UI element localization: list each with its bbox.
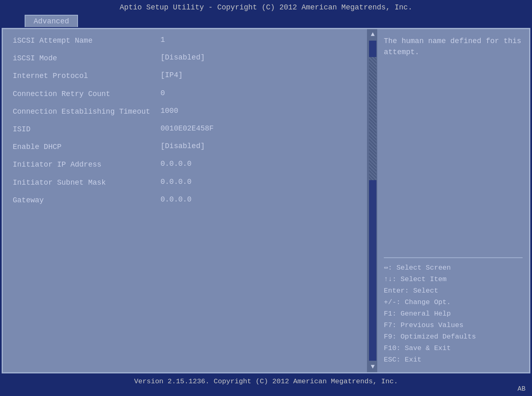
header: Aptio Setup Utility - Copyright (C) 2012… bbox=[0, 0, 532, 27]
setting-value-0: 1 bbox=[161, 36, 165, 44]
tab-advanced[interactable]: Advanced bbox=[25, 15, 78, 27]
setting-row-3[interactable]: Connection Retry Count0 bbox=[13, 89, 357, 99]
shortcut-item-6: F9: Optimized Defaults bbox=[384, 331, 523, 343]
setting-label-4: Connection Establishing Timeout bbox=[13, 107, 161, 117]
shortcut-item-4: F1: General Help bbox=[384, 308, 523, 320]
setting-row-4[interactable]: Connection Establishing Timeout1000 bbox=[13, 107, 357, 117]
setting-label-5: ISID bbox=[13, 124, 161, 135]
help-text: The human name defined for this attempt. bbox=[384, 36, 523, 247]
scrollbar[interactable]: ▲ ▼ bbox=[368, 29, 377, 372]
setting-row-0[interactable]: iSCSI Attempt Name1 bbox=[13, 36, 357, 46]
setting-label-9: Gateway bbox=[13, 195, 161, 206]
setting-value-6: [Disabled] bbox=[161, 142, 205, 150]
setting-row-7[interactable]: Initiator IP Address0.0.0.0 bbox=[13, 160, 357, 170]
setting-row-1[interactable]: iSCSI Mode[Disabled] bbox=[13, 53, 357, 64]
setting-value-3: 0 bbox=[161, 89, 165, 97]
setting-value-4: 1000 bbox=[161, 107, 178, 115]
setting-value-5: 0010E02E458F bbox=[161, 124, 214, 133]
shortcut-item-5: F7: Previous Values bbox=[384, 320, 523, 331]
shortcut-item-2: Enter: Select bbox=[384, 285, 523, 297]
help-panel: The human name defined for this attempt.… bbox=[377, 29, 529, 372]
shortcut-item-1: ↑↓: Select Item bbox=[384, 274, 523, 285]
setting-row-9[interactable]: Gateway0.0.0.0 bbox=[13, 195, 357, 206]
shortcut-item-8: ESC: Exit bbox=[384, 354, 523, 366]
footer: Version 2.15.1236. Copyright (C) 2012 Am… bbox=[0, 374, 532, 396]
setting-row-5[interactable]: ISID0010E02E458F bbox=[13, 124, 357, 135]
setting-value-1: [Disabled] bbox=[161, 53, 205, 62]
shortcut-item-0: ⇔: Select Screen bbox=[384, 262, 523, 274]
setting-label-0: iSCSI Attempt Name bbox=[13, 36, 161, 46]
shortcut-item-7: F10: Save & Exit bbox=[384, 343, 523, 354]
shortcuts-list: ⇔: Select Screen↑↓: Select ItemEnter: Se… bbox=[384, 262, 523, 366]
setting-row-6[interactable]: Enable DHCP[Disabled] bbox=[13, 142, 357, 152]
footer-text: Version 2.15.1236. Copyright (C) 2012 Am… bbox=[134, 378, 398, 385]
setting-label-1: iSCSI Mode bbox=[13, 53, 161, 64]
setting-row-8[interactable]: Initiator Subnet Mask0.0.0.0 bbox=[13, 178, 357, 188]
setting-value-7: 0.0.0.0 bbox=[161, 160, 192, 168]
setting-label-3: Connection Retry Count bbox=[13, 89, 161, 99]
tab-bar: Advanced bbox=[0, 15, 532, 27]
footer-badge: AB bbox=[0, 385, 532, 393]
scrollbar-track[interactable] bbox=[369, 41, 376, 361]
setting-label-6: Enable DHCP bbox=[13, 142, 161, 152]
setting-label-8: Initiator Subnet Mask bbox=[13, 178, 161, 188]
main-content: iSCSI Attempt Name1iSCSI Mode[Disabled]I… bbox=[2, 28, 530, 373]
scrollbar-down-arrow[interactable]: ▼ bbox=[371, 362, 375, 372]
setting-value-2: [IP4] bbox=[161, 71, 183, 79]
shortcut-item-3: +/-: Change Opt. bbox=[384, 297, 523, 308]
divider bbox=[384, 257, 523, 258]
settings-panel: iSCSI Attempt Name1iSCSI Mode[Disabled]I… bbox=[3, 29, 368, 372]
setting-value-9: 0.0.0.0 bbox=[161, 195, 192, 204]
scrollbar-up-arrow[interactable]: ▲ bbox=[371, 29, 375, 40]
setting-value-8: 0.0.0.0 bbox=[161, 178, 192, 186]
setting-label-2: Internet Protocol bbox=[13, 71, 161, 81]
setting-row-2[interactable]: Internet Protocol[IP4] bbox=[13, 71, 357, 81]
header-title: Aptio Setup Utility - Copyright (C) 2012… bbox=[0, 3, 532, 13]
setting-label-7: Initiator IP Address bbox=[13, 160, 161, 170]
